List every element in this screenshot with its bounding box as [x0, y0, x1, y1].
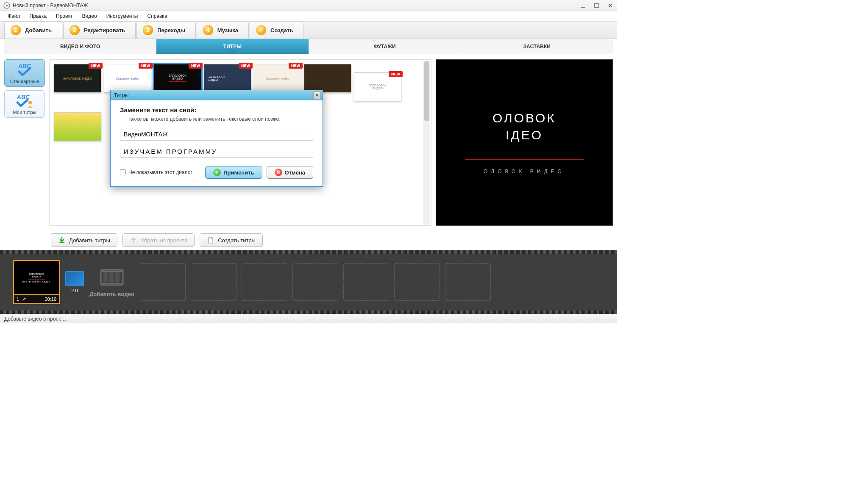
download-arrow-icon — [58, 236, 66, 244]
svg-rect-12 — [102, 271, 122, 272]
abc-check-icon: ABC — [15, 62, 34, 78]
step-label: Создать — [270, 27, 293, 33]
category-label: Мои титры — [13, 110, 36, 115]
steps-row: 1Добавить 2Редактировать 3Переходы 4Музы… — [0, 21, 617, 39]
preview-divider — [465, 159, 584, 160]
remove-from-project-button[interactable]: Убрать из проекта — [122, 233, 195, 247]
menu-project[interactable]: Проект — [52, 12, 77, 20]
menu-video[interactable]: Видео — [78, 12, 101, 20]
step-label: Добавить — [25, 27, 52, 33]
button-label: Отмена — [285, 169, 305, 176]
step-add[interactable]: 1Добавить — [4, 21, 62, 39]
svg-rect-13 — [102, 283, 122, 284]
timeline-empty-slot[interactable] — [140, 263, 186, 301]
title-bar: Новый проект - ВидеоМОНТАЖ — [0, 0, 617, 11]
category-standard[interactable]: ABC Стандартные — [4, 59, 45, 87]
film-perforation-top — [0, 250, 617, 254]
dialog-title-bar[interactable]: Титры ✕ — [111, 90, 323, 100]
menu-edit[interactable]: Правка — [25, 12, 51, 20]
timeline-empty-slot[interactable] — [343, 263, 389, 301]
apply-button[interactable]: ✓ Применить — [205, 166, 262, 179]
button-label: Создать титры — [218, 237, 256, 244]
dialog-heading: Замените текст на свой: — [120, 106, 313, 114]
transition-thumb — [65, 271, 84, 286]
pencil-icon[interactable] — [22, 296, 27, 302]
minimize-button[interactable] — [576, 0, 590, 11]
close-button[interactable] — [604, 0, 617, 11]
timeline-empty-slot[interactable] — [242, 263, 287, 301]
timeline-empty-slot[interactable] — [292, 263, 338, 301]
subtabs-row: ВИДЕО И ФОТО ТИТРЫ ФУТАЖИ ЗАСТАВКИ — [4, 39, 613, 54]
title-template[interactable] — [54, 112, 101, 141]
title-template[interactable]: Заголовок видео NEW — [254, 64, 301, 93]
add-video-label: Добавить видео — [89, 291, 135, 297]
timeline-add-video[interactable]: Добавить видео — [89, 267, 135, 297]
titles-dialog: Титры ✕ Замените текст на свой: Также вы… — [110, 90, 323, 187]
timeline-empty-slot[interactable] — [445, 263, 491, 301]
svg-point-6 — [28, 101, 32, 104]
menu-bar: Файл Правка Проект Видео Инструменты Спр… — [0, 11, 617, 21]
dont-show-checkbox[interactable]: Не показывать этот диалог — [120, 169, 192, 175]
scrollbar-thumb[interactable] — [424, 61, 429, 121]
step-label: Редактировать — [84, 27, 125, 33]
button-label: Применить — [223, 169, 254, 176]
category-sidebar: ABC Стандартные ABC Мои титры — [4, 59, 45, 226]
step-music[interactable]: 4Музыка — [197, 21, 249, 39]
dialog-title: Титры — [114, 92, 128, 98]
button-label: Добавить титры — [69, 237, 110, 244]
dialog-close-button[interactable]: ✕ — [313, 91, 321, 99]
timeline-clip[interactable]: ЗАГОЛОВОК ВИДЕО ПОДЗАГОЛОВОК ВИДЕО 1 00:… — [13, 260, 60, 304]
step-edit[interactable]: 2Редактировать — [63, 21, 136, 39]
add-titles-button[interactable]: Добавить титры — [51, 233, 117, 247]
upload-arrow-icon — [130, 236, 137, 244]
title-template[interactable] — [304, 64, 351, 93]
title-template[interactable]: ЗАГОЛОВОК ВИДЕО NEW — [204, 64, 251, 93]
svg-point-1 — [6, 5, 8, 6]
menu-tools[interactable]: Инструменты — [102, 12, 142, 20]
menu-help[interactable]: Справка — [143, 12, 171, 20]
page-icon — [207, 236, 214, 244]
window-title: Новый проект - ВидеоМОНТАЖ — [13, 3, 88, 8]
step-create[interactable]: ✓Создать — [250, 21, 303, 39]
svg-rect-2 — [581, 7, 585, 8]
svg-rect-10 — [109, 272, 114, 282]
scrollbar[interactable] — [423, 61, 430, 224]
timeline-empty-slot[interactable] — [394, 263, 440, 301]
svg-rect-7 — [59, 242, 64, 243]
film-perforation-bottom — [0, 310, 617, 314]
cross-icon: ✕ — [275, 169, 282, 176]
cancel-button[interactable]: ✕ Отмена — [267, 166, 313, 179]
clip-duration: 00:10 — [45, 296, 56, 302]
new-badge: NEW — [389, 71, 403, 77]
timeline-transition[interactable]: 2.0 — [65, 271, 84, 293]
preview-caption: ОЛОВОК ВИДЕО — [484, 169, 565, 174]
subtab-video-photo[interactable]: ВИДЕО И ФОТО — [4, 39, 156, 54]
subtab-titles[interactable]: ТИТРЫ — [156, 39, 309, 54]
subtab-footage[interactable]: ФУТАЖИ — [309, 39, 461, 54]
create-titles-button[interactable]: Создать титры — [200, 233, 263, 247]
title-template[interactable]: ЗАГОЛОВОК ВИДЕО NEW — [54, 64, 101, 93]
status-bar: Добавьте видео в проект... — [0, 314, 617, 323]
timeline-empty-slot[interactable] — [191, 263, 236, 301]
svg-rect-9 — [103, 272, 108, 282]
preview-title-line2: ІДЕО — [506, 128, 543, 142]
title-template-selected[interactable]: ЗАГОЛОВОК ВИДЕО NEW — [154, 64, 201, 93]
title-template[interactable]: ЗАГОЛОВОК ВИДЕО NEW — [354, 72, 401, 101]
button-label: Убрать из проекта — [141, 237, 187, 244]
check-icon: ✓ — [256, 25, 266, 35]
menu-file[interactable]: Файл — [3, 12, 25, 20]
step-num-icon: 3 — [143, 25, 153, 35]
step-transitions[interactable]: 3Переходы — [136, 21, 196, 39]
step-label: Музыка — [217, 27, 238, 33]
title-text-input-2[interactable] — [120, 145, 313, 158]
subtab-intros[interactable]: ЗАСТАВКИ — [461, 39, 613, 54]
transition-duration: 2.0 — [65, 288, 84, 293]
maximize-button[interactable] — [590, 0, 604, 11]
title-text-input-1[interactable] — [120, 128, 313, 141]
title-template[interactable]: Заголовок видео NEW — [104, 64, 151, 93]
new-badge: NEW — [289, 63, 303, 69]
new-badge: NEW — [89, 63, 103, 69]
category-my-titles[interactable]: ABC Мои титры — [4, 90, 45, 118]
timeline: ЗАГОЛОВОК ВИДЕО ПОДЗАГОЛОВОК ВИДЕО 1 00:… — [0, 250, 617, 314]
new-badge: NEW — [139, 63, 153, 69]
